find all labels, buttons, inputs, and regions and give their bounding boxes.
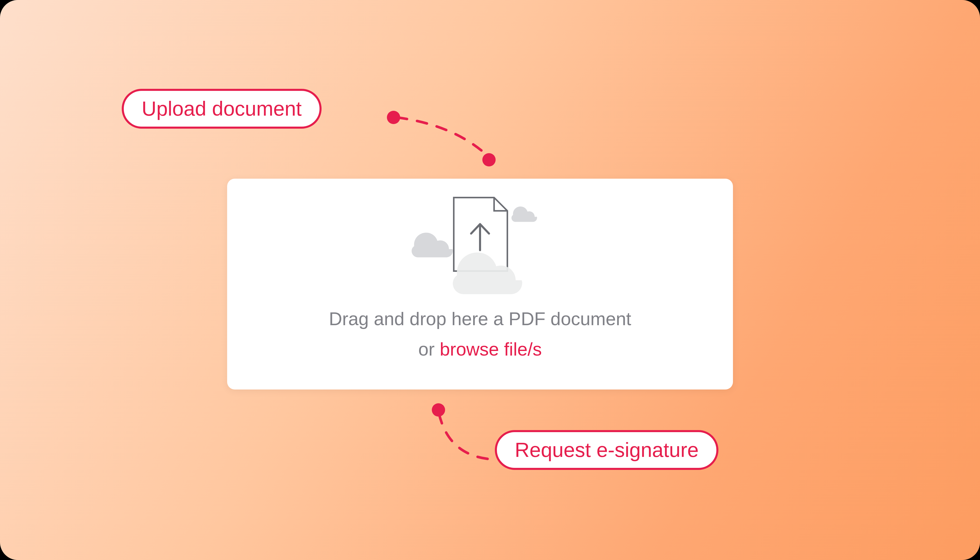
connector-dot bbox=[432, 403, 445, 417]
cloud-icon bbox=[452, 248, 534, 297]
browse-files-link[interactable]: browse file/s bbox=[440, 339, 542, 359]
dropzone-card[interactable]: Drag and drop here a PDF document or bro… bbox=[227, 179, 733, 390]
upload-document-label: Upload document bbox=[122, 89, 321, 128]
connector-dot bbox=[387, 111, 400, 124]
upload-illustration bbox=[414, 197, 546, 293]
request-esignature-label: Request e-signature bbox=[495, 430, 719, 470]
cloud-icon bbox=[511, 205, 541, 223]
dropzone-line1: Drag and drop here a PDF document bbox=[329, 308, 631, 329]
connector-dot bbox=[483, 153, 496, 167]
dropzone-or: or bbox=[418, 339, 440, 359]
stage: Upload document bbox=[0, 0, 980, 560]
dropzone-text: Drag and drop here a PDF document or bro… bbox=[329, 304, 631, 365]
